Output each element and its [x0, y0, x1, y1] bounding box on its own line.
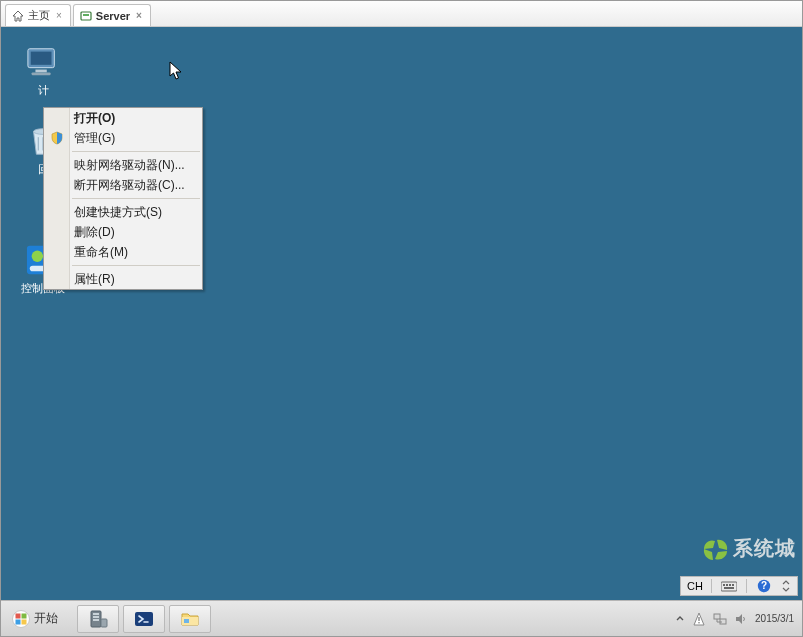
- svg-rect-12: [721, 582, 737, 591]
- separator: [72, 198, 200, 199]
- shield-icon: [49, 130, 65, 146]
- watermark-text: 系统城: [733, 535, 796, 562]
- close-icon[interactable]: ×: [134, 10, 144, 21]
- svg-rect-1: [83, 14, 89, 16]
- svg-rect-34: [698, 622, 699, 623]
- separator: [72, 151, 200, 152]
- icon-label: 计: [38, 83, 49, 98]
- windows-logo-icon: [12, 610, 30, 628]
- ctx-label: 打开(O): [74, 110, 115, 127]
- svg-rect-22: [22, 613, 27, 618]
- separator: [746, 579, 747, 593]
- ime-indicator[interactable]: CH: [687, 580, 703, 592]
- network-icon[interactable]: [713, 613, 727, 625]
- options-icon[interactable]: [781, 578, 791, 594]
- cursor-icon: [169, 61, 185, 81]
- powershell-button[interactable]: [123, 605, 165, 633]
- ctx-label: 删除(D): [74, 224, 115, 241]
- separator: [72, 265, 200, 266]
- watermark: 系统城: [701, 535, 796, 562]
- home-icon: [12, 10, 24, 22]
- ctx-map-drive[interactable]: 映射网络驱动器(N)...: [44, 155, 202, 175]
- context-menu: 打开(O) 管理(G) 映射网络驱动器(N)... 断开网络驱动器(C)... …: [43, 107, 203, 290]
- svg-rect-16: [732, 584, 734, 586]
- server-tower-icon: [87, 609, 109, 629]
- ctx-delete[interactable]: 删除(D): [44, 222, 202, 242]
- ctx-disconnect-drive[interactable]: 断开网络驱动器(C)...: [44, 175, 202, 195]
- svg-rect-13: [723, 584, 725, 586]
- ctx-properties[interactable]: 属性(R): [44, 269, 202, 289]
- ctx-label: 属性(R): [74, 271, 115, 288]
- tab-label: 主页: [28, 8, 50, 23]
- svg-rect-21: [16, 613, 21, 618]
- svg-rect-26: [93, 613, 99, 615]
- svg-rect-4: [35, 70, 46, 73]
- ctx-open[interactable]: 打开(O): [44, 108, 202, 128]
- svg-rect-17: [724, 587, 734, 589]
- separator: [711, 579, 712, 593]
- computer-icon-desktop[interactable]: 计: [15, 45, 71, 98]
- svg-rect-32: [184, 619, 189, 623]
- tab-server[interactable]: Server ×: [73, 4, 151, 26]
- monitor-icon: [24, 45, 62, 79]
- start-button[interactable]: 开始: [5, 605, 69, 633]
- close-icon[interactable]: ×: [54, 10, 64, 21]
- tab-home[interactable]: 主页 ×: [5, 4, 71, 26]
- ctx-label: 断开网络驱动器(C)...: [74, 177, 185, 194]
- svg-rect-28: [93, 619, 99, 621]
- ctx-label: 管理(G): [74, 130, 115, 147]
- svg-rect-14: [726, 584, 728, 586]
- tray-chevron-icon[interactable]: [675, 614, 685, 624]
- system-tray: 2015/3/1: [675, 612, 802, 626]
- taskbar: 开始: [1, 600, 802, 636]
- ctx-rename[interactable]: 重命名(M): [44, 242, 202, 262]
- volume-icon[interactable]: [735, 613, 747, 625]
- svg-rect-15: [729, 584, 731, 586]
- explorer-button[interactable]: [169, 605, 211, 633]
- svg-rect-23: [16, 619, 21, 624]
- ctx-manage[interactable]: 管理(G): [44, 128, 202, 148]
- quick-launch: [77, 605, 211, 633]
- ctx-label: 创建快捷方式(S): [74, 204, 162, 221]
- svg-rect-3: [31, 52, 52, 65]
- svg-rect-35: [714, 614, 720, 619]
- powershell-icon: [133, 609, 155, 629]
- clock[interactable]: 2015/3/1: [755, 613, 794, 624]
- svg-point-20: [13, 610, 30, 627]
- svg-rect-27: [93, 616, 99, 618]
- help-icon[interactable]: ?: [755, 578, 773, 594]
- tab-label: Server: [96, 10, 130, 22]
- svg-point-8: [32, 251, 43, 262]
- folder-icon: [179, 609, 201, 629]
- keyboard-icon[interactable]: [720, 578, 738, 594]
- svg-rect-29: [101, 619, 107, 627]
- server-manager-button[interactable]: [77, 605, 119, 633]
- svg-rect-5: [32, 72, 51, 75]
- ctx-create-shortcut[interactable]: 创建快捷方式(S): [44, 202, 202, 222]
- action-center-icon[interactable]: [693, 612, 705, 626]
- desktop[interactable]: 计 回 控制面板 打开(O): [1, 27, 802, 600]
- svg-text:?: ?: [761, 580, 767, 591]
- svg-rect-33: [698, 617, 699, 621]
- ctx-label: 映射网络驱动器(N)...: [74, 157, 185, 174]
- start-label: 开始: [34, 610, 58, 627]
- tab-bar: 主页 × Server ×: [1, 1, 802, 27]
- ctx-label: 重命名(M): [74, 244, 128, 261]
- brand-logo-icon: [701, 536, 731, 562]
- svg-rect-24: [22, 619, 27, 624]
- server-icon: [80, 10, 92, 22]
- language-bar[interactable]: CH ?: [680, 576, 798, 596]
